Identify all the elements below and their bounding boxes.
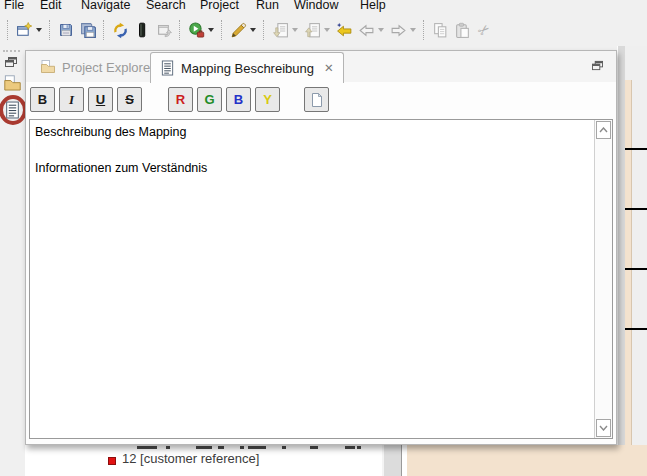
- forward-icon: [390, 22, 407, 39]
- save-all-button[interactable]: [77, 17, 99, 43]
- mapping-panel-bottom: [407, 445, 647, 476]
- back-icon: [358, 22, 375, 39]
- highlighter-icon: [134, 22, 150, 38]
- next-annotation-dropdown[interactable]: [292, 28, 298, 32]
- list-item-bullet: [108, 457, 116, 465]
- paste-button[interactable]: [451, 17, 473, 43]
- application-window: File Edit Navigate Search Project Run Wi…: [0, 0, 647, 476]
- color-red-button[interactable]: R: [168, 87, 193, 112]
- color-green-button[interactable]: G: [197, 87, 222, 112]
- menu-file[interactable]: File: [4, 0, 24, 13]
- tab-mapping-beschreibung[interactable]: Mapping Beschreibung ✕: [150, 52, 344, 83]
- open-window-icon: [156, 22, 173, 39]
- back-dropdown[interactable]: [378, 28, 384, 32]
- open-window-button[interactable]: [153, 17, 175, 43]
- description-textarea[interactable]: Beschreibung des Mapping Informationen z…: [29, 119, 613, 439]
- color-yellow-button[interactable]: Y: [255, 87, 280, 112]
- menu-run[interactable]: Run: [256, 0, 279, 13]
- refresh-button[interactable]: [109, 17, 131, 43]
- pen-button[interactable]: [227, 17, 249, 43]
- save-all-icon: [80, 22, 97, 39]
- scroll-down-button[interactable]: [596, 419, 611, 437]
- toolbar-separator: [263, 20, 264, 40]
- save-icon: [58, 22, 74, 38]
- forward-button[interactable]: [387, 17, 409, 43]
- chevron-up-icon: [599, 127, 608, 133]
- new-wizard-icon: [16, 22, 33, 39]
- document-icon: [160, 60, 175, 76]
- background-panel-right: [632, 80, 647, 445]
- menu-navigate[interactable]: Navigate: [81, 0, 130, 13]
- toolbar-separator: [7, 20, 8, 40]
- list-item[interactable]: 12 [customer reference]: [122, 451, 259, 466]
- menu-search[interactable]: Search: [146, 0, 186, 13]
- scroll-up-button[interactable]: [596, 121, 611, 139]
- fast-view-bar: [0, 46, 25, 476]
- save-button[interactable]: [55, 17, 77, 43]
- new-wizard-button[interactable]: [13, 17, 35, 43]
- project-explorer-view-button[interactable]: [3, 74, 22, 97]
- blank-document-icon: [309, 92, 325, 108]
- tab-project-explorer[interactable]: Project Explorer: [30, 54, 164, 80]
- toolbar-separator: [221, 20, 222, 40]
- last-edit-location-icon: [336, 22, 353, 39]
- text-line: Informationen zum Verständnis: [35, 161, 207, 175]
- previous-annotation-dropdown[interactable]: [324, 28, 330, 32]
- menu-project[interactable]: Project: [200, 0, 239, 13]
- toolbar-separator: [103, 20, 104, 40]
- tab-label: Mapping Beschreibung: [181, 61, 314, 76]
- folder-icon: [40, 59, 56, 75]
- description-text: Beschreibung des Mapping Informationen z…: [30, 120, 594, 438]
- text-line: Beschreibung des Mapping: [35, 125, 187, 139]
- vertical-sash[interactable]: [617, 46, 625, 445]
- next-annotation-button[interactable]: [269, 17, 291, 43]
- format-toolbar: B I U S R G B Y: [30, 87, 329, 112]
- view-restore-button[interactable]: [591, 57, 604, 75]
- last-edit-location-button[interactable]: [333, 17, 355, 43]
- mapping-panel-edge: [625, 80, 632, 476]
- new-wizard-dropdown[interactable]: [36, 28, 42, 32]
- underline-button[interactable]: U: [88, 87, 113, 112]
- restore-views-icon: [4, 56, 18, 68]
- pen-icon: [230, 22, 247, 39]
- vertical-scrollbar[interactable]: [594, 120, 612, 438]
- run-dropdown[interactable]: [208, 28, 214, 32]
- toolbar-separator: [179, 20, 180, 40]
- strikethrough-button[interactable]: S: [117, 87, 142, 112]
- folder-icon: [3, 74, 22, 93]
- mapping-connector-line: [625, 268, 647, 270]
- cut-button[interactable]: ✂: [473, 17, 495, 43]
- run-button[interactable]: [185, 17, 207, 43]
- toolbar-separator: [49, 20, 50, 40]
- next-annotation-icon: [272, 22, 289, 39]
- copy-button[interactable]: [429, 17, 451, 43]
- menu-bar: File Edit Navigate Search Project Run Wi…: [0, 0, 647, 13]
- new-document-button[interactable]: [304, 87, 329, 112]
- mapping-description-view: Project Explorer Mapping Beschreibung ✕ …: [25, 50, 617, 445]
- color-blue-button[interactable]: B: [226, 87, 251, 112]
- previous-annotation-button[interactable]: [301, 17, 323, 43]
- mapping-connector-line: [625, 328, 647, 330]
- tab-close-icon[interactable]: ✕: [324, 61, 334, 75]
- highlighter-button[interactable]: [131, 17, 153, 43]
- rail-drag-handle[interactable]: [3, 50, 20, 52]
- bold-button[interactable]: B: [30, 87, 55, 112]
- background-panel-top: [625, 46, 647, 80]
- mapping-connector-line: [625, 208, 647, 210]
- mapping-connector-line: [625, 148, 647, 150]
- run-icon: [188, 22, 205, 39]
- menu-window[interactable]: Window: [294, 0, 338, 13]
- pen-dropdown[interactable]: [250, 28, 256, 32]
- view-tab-strip: Project Explorer Mapping Beschreibung ✕: [26, 51, 616, 82]
- forward-dropdown[interactable]: [410, 28, 416, 32]
- menu-edit[interactable]: Edit: [40, 0, 62, 13]
- back-button[interactable]: [355, 17, 377, 43]
- restore-icon: [591, 60, 604, 71]
- previous-annotation-icon: [304, 22, 321, 39]
- restore-views-button[interactable]: [4, 54, 18, 72]
- menu-help[interactable]: Help: [360, 0, 386, 13]
- tab-label: Project Explorer: [62, 60, 154, 75]
- italic-button[interactable]: I: [59, 87, 84, 112]
- chevron-down-icon: [599, 425, 608, 431]
- background-scrollbar[interactable]: [382, 445, 402, 476]
